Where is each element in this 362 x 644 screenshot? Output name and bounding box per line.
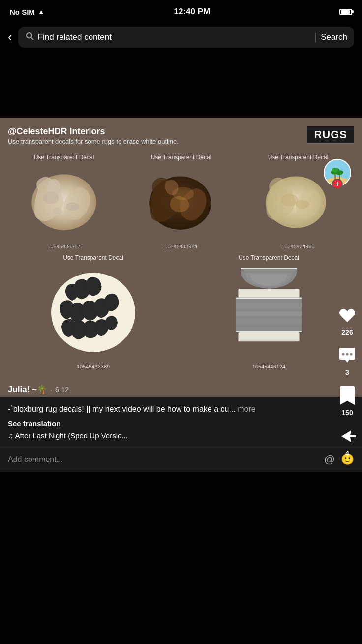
comment-area: Add comment... @ 🙂 <box>0 447 362 472</box>
search-divider: | <box>314 31 317 43</box>
bookmark-action[interactable]: 150 <box>338 385 357 417</box>
comment-action[interactable]: 3 <box>336 345 358 376</box>
svg-line-1 <box>31 37 33 39</box>
wifi-icon: ▲ <box>38 8 45 16</box>
rug-label-4: Use Transparent Decal <box>63 254 123 261</box>
username[interactable]: Julia! ~🌴 <box>8 384 47 395</box>
svg-rect-20 <box>241 268 297 269</box>
author-name: @CelesteHDR Interiors <box>8 126 179 137</box>
author-block: @CelesteHDR Interiors Use transparent de… <box>8 126 179 145</box>
share-action[interactable]: 4 <box>336 426 358 457</box>
author-subtitle: Use transparent decals for some rugs to … <box>8 138 179 145</box>
svg-rect-24 <box>236 303 302 308</box>
rug-code-1: 10545435567 <box>47 244 80 249</box>
rug-label-5: Use Transparent Decal <box>239 254 299 261</box>
rug-code-5: 10545446124 <box>252 364 285 369</box>
battery-icon <box>339 9 352 15</box>
rug-item-5: Use Transparent Decal <box>183 254 354 369</box>
svg-rect-28 <box>238 332 299 341</box>
search-input[interactable]: Find related content <box>38 32 310 42</box>
rug-code-4: 10545433389 <box>77 364 110 369</box>
card-header: @CelesteHDR Interiors Use transparent de… <box>0 118 362 149</box>
music-line[interactable]: ♫ After Last Night (Sped Up Versio... <box>8 431 354 440</box>
svg-point-9 <box>281 194 298 206</box>
rug-item-3: Use Transparent Decal <box>242 154 354 249</box>
svg-rect-22 <box>236 297 302 299</box>
svg-point-30 <box>346 353 349 356</box>
at-icon[interactable]: @ <box>324 453 335 466</box>
rug-item-1: Use Transparent Decal <box>8 154 120 249</box>
see-translation-button[interactable]: See translation <box>8 419 354 428</box>
rug-label-2: Use Transparent Decal <box>151 154 211 161</box>
svg-point-10 <box>296 200 309 209</box>
status-right <box>339 9 352 15</box>
rug-label-1: Use Transparent Decal <box>34 154 94 161</box>
svg-point-4 <box>66 202 79 211</box>
rug-img-4 <box>8 263 179 362</box>
svg-rect-21 <box>238 289 299 297</box>
share-count: 4 <box>345 449 349 457</box>
black-spacer <box>0 54 362 118</box>
rug-row-top: Use Transparent Decal <box>8 154 354 249</box>
description-text: -`bloxburg rug decals! || my next video … <box>8 403 354 415</box>
rug-code-3: 10545434990 <box>281 244 314 249</box>
rug-img-2 <box>125 163 237 242</box>
svg-rect-25 <box>236 311 302 316</box>
comment-count: 3 <box>345 368 349 376</box>
more-button[interactable]: more <box>238 405 255 413</box>
svg-rect-26 <box>236 319 302 324</box>
rug-label-3: Use Transparent Decal <box>268 154 329 161</box>
rug-img-1 <box>8 163 120 242</box>
svg-point-29 <box>342 353 345 356</box>
author-row: Julia! ~🌴 · 6-12 <box>0 379 362 397</box>
rug-item-2: Use Transparent Decal <box>125 154 237 249</box>
like-action[interactable]: 226 <box>336 305 358 336</box>
like-count: 226 <box>341 328 353 336</box>
svg-point-7 <box>173 187 194 200</box>
search-box[interactable]: Find related content | Search <box>18 27 354 48</box>
rug-img-5 <box>183 263 354 362</box>
category-badge: RUGS <box>307 126 354 143</box>
carrier-text: No SIM <box>10 8 35 16</box>
svg-point-3 <box>43 192 59 204</box>
svg-rect-27 <box>236 331 302 332</box>
rug-grid: Use Transparent Decal <box>0 149 362 379</box>
content-card: @CelesteHDR Interiors Use transparent de… <box>0 118 362 397</box>
status-bar: No SIM ▲ 12:40 PM <box>0 0 362 22</box>
description-content: -`bloxburg rug decals! || my next video … <box>8 405 236 413</box>
bookmark-count: 150 <box>341 409 353 417</box>
svg-point-5 <box>53 208 62 215</box>
svg-point-31 <box>350 353 353 356</box>
description-area: -`bloxburg rug decals! || my next video … <box>0 397 362 447</box>
back-button[interactable]: ‹ <box>8 30 12 45</box>
follow-plus-button[interactable]: + <box>332 179 343 189</box>
search-bar-area: ‹ Find related content | Search <box>0 22 362 54</box>
avatar-container: + <box>324 159 351 186</box>
time-display: 12:40 PM <box>174 7 211 17</box>
dot-separator: · <box>50 386 52 394</box>
right-actions: 226 3 150 4 <box>336 305 358 457</box>
rug-code-2: 10545433984 <box>164 244 197 249</box>
status-left: No SIM ▲ <box>10 8 45 16</box>
search-button[interactable]: Search <box>321 32 347 42</box>
rug-row-bottom: Use Transparent Decal <box>8 254 354 369</box>
rug-item-4: Use Transparent Decal <box>8 254 179 369</box>
comment-input[interactable]: Add comment... <box>8 455 318 464</box>
search-icon <box>25 31 34 43</box>
post-date: 6-12 <box>55 386 69 394</box>
